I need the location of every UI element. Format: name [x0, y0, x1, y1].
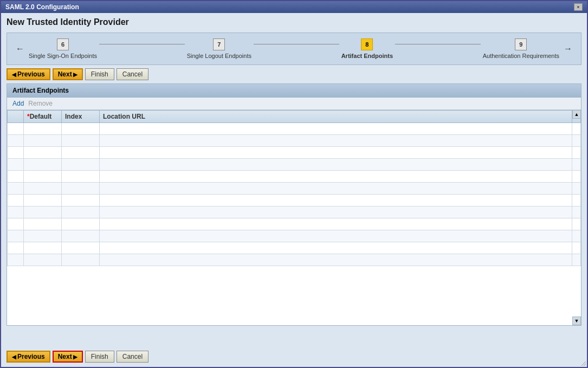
row-scroll: [572, 242, 581, 254]
row-default: [24, 218, 62, 230]
top-toolbar: ◀ Previous Next ▶ Finish Cancel: [7, 68, 581, 80]
top-finish-button[interactable]: Finish: [85, 68, 114, 80]
bottom-previous-button[interactable]: ◀ Previous: [7, 351, 50, 363]
row-scroll: [572, 123, 581, 135]
row-default: [24, 230, 62, 242]
row-check[interactable]: [8, 230, 24, 242]
col-checkbox-header: [8, 111, 24, 123]
table-row: [8, 123, 581, 135]
step-8-label: Artifact Endpoints: [341, 53, 393, 59]
row-default: [24, 206, 62, 218]
row-url: [100, 123, 572, 135]
step-line-3: [395, 44, 481, 44]
row-url: [100, 159, 572, 171]
row-index: [62, 171, 100, 183]
wizard-step-9: 9 Authentication Requirements: [483, 38, 559, 59]
row-check[interactable]: [8, 171, 24, 183]
remove-button[interactable]: Remove: [28, 100, 53, 107]
row-default: [24, 183, 62, 195]
scroll-down-button[interactable]: ▼: [572, 317, 581, 325]
row-scroll: [572, 230, 581, 242]
row-index: [62, 254, 100, 266]
bottom-next-button[interactable]: Next ▶: [53, 351, 83, 363]
row-check[interactable]: [8, 206, 24, 218]
row-check[interactable]: [8, 123, 24, 135]
step-6-label: Single Sign-On Endpoints: [29, 53, 97, 59]
row-url: [100, 183, 572, 195]
row-url: [100, 135, 572, 147]
top-cancel-button[interactable]: Cancel: [117, 68, 148, 80]
step-9-label: Authentication Requirements: [483, 53, 559, 59]
row-default: [24, 147, 62, 159]
step-6-number: 6: [57, 38, 69, 50]
bottom-next-arrow-icon: ▶: [73, 354, 77, 360]
row-index: [62, 218, 100, 230]
table-row: [8, 254, 581, 266]
row-index: [62, 206, 100, 218]
title-bar: SAML 2.0 Configuration ×: [1, 1, 587, 13]
row-default: [24, 195, 62, 206]
top-next-button[interactable]: Next ▶: [53, 68, 83, 80]
row-url: [100, 206, 572, 218]
row-check[interactable]: [8, 147, 24, 159]
add-button[interactable]: Add: [12, 100, 24, 107]
main-window: SAML 2.0 Configuration × New Trusted Ide…: [0, 0, 588, 368]
row-url: [100, 171, 572, 183]
col-index-header: Index: [62, 111, 100, 123]
row-check[interactable]: [8, 242, 24, 254]
row-scroll: [572, 159, 581, 171]
content-area: New Trusted Identity Provider ← 6 Single…: [1, 13, 587, 367]
row-default: [24, 254, 62, 266]
row-index: [62, 195, 100, 206]
page-title: New Trusted Identity Provider: [7, 17, 581, 27]
row-scroll: [572, 171, 581, 183]
bottom-finish-button[interactable]: Finish: [85, 351, 114, 363]
table-row: [8, 218, 581, 230]
row-check[interactable]: [8, 183, 24, 195]
row-scroll: [572, 206, 581, 218]
table-wrapper: *Default Index Location URL: [7, 110, 581, 325]
row-index: [62, 183, 100, 195]
row-index: [62, 123, 100, 135]
row-check[interactable]: [8, 254, 24, 266]
table-row: [8, 183, 581, 195]
wizard-step-8: 8 Artifact Endpoints: [341, 38, 393, 59]
row-scroll: [572, 254, 581, 266]
svg-line-0: [581, 361, 586, 366]
row-url: [100, 254, 572, 266]
table-row: [8, 195, 581, 206]
row-check[interactable]: [8, 159, 24, 171]
row-index: [62, 230, 100, 242]
wizard-arrow-right-icon: →: [564, 44, 572, 54]
table-row: [8, 147, 581, 159]
bottom-previous-arrow-icon: ◀: [12, 354, 16, 360]
table-section-title: Artifact Endpoints: [7, 84, 581, 98]
row-scroll: [572, 218, 581, 230]
svg-line-1: [584, 364, 586, 366]
row-scroll: [572, 135, 581, 147]
artifact-endpoints-section: Artifact Endpoints Add Remove *Default I…: [7, 83, 581, 326]
bottom-cancel-button[interactable]: Cancel: [117, 351, 148, 363]
wizard-arrow-left-icon: ←: [16, 44, 24, 54]
scroll-up-button[interactable]: ▲: [572, 110, 581, 119]
col-url-header: Location URL: [100, 111, 572, 123]
table-row: [8, 206, 581, 218]
row-check[interactable]: [8, 218, 24, 230]
step-7-number: 7: [213, 38, 225, 50]
row-check[interactable]: [8, 195, 24, 206]
row-scroll: [572, 147, 581, 159]
row-check[interactable]: [8, 135, 24, 147]
row-default: [24, 159, 62, 171]
top-previous-button[interactable]: ◀ Previous: [7, 68, 50, 80]
table-row: [8, 171, 581, 183]
resize-handle[interactable]: [579, 359, 586, 366]
row-index: [62, 159, 100, 171]
row-index: [62, 147, 100, 159]
row-default: [24, 242, 62, 254]
close-button[interactable]: ×: [574, 3, 583, 11]
table-row: [8, 159, 581, 171]
col-default-header: *Default: [24, 111, 62, 123]
step-line-1: [99, 44, 185, 44]
step-8-number: 8: [361, 38, 373, 50]
spacer: [7, 329, 581, 345]
